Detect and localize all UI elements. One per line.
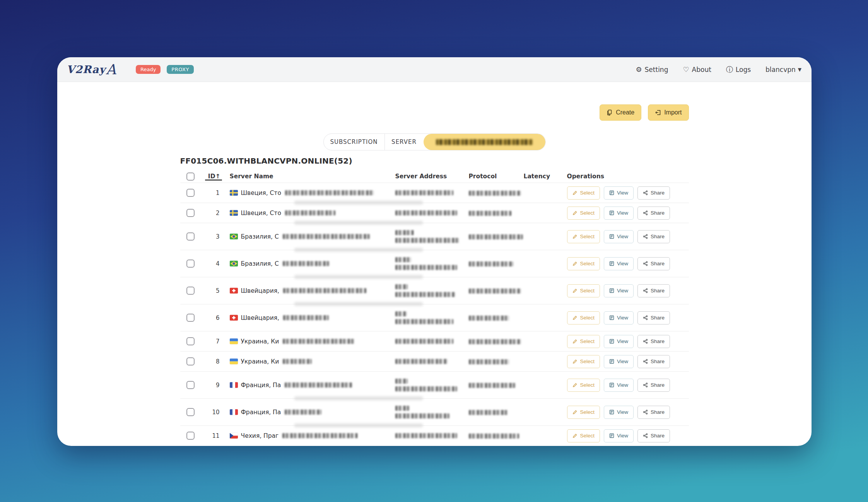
view-button[interactable]: View <box>604 230 634 243</box>
view-button[interactable]: View <box>604 406 634 419</box>
select-button[interactable]: Select <box>567 429 600 442</box>
row-checkbox[interactable] <box>186 260 195 268</box>
server-address-cell <box>388 433 461 438</box>
server-table-row: 8 Украина, Ки Select <box>180 351 689 371</box>
row-checkbox[interactable] <box>186 381 195 389</box>
view-button[interactable]: View <box>604 311 634 324</box>
server-name-cell: Украина, Ки <box>225 358 388 365</box>
view-button[interactable]: View <box>604 186 634 200</box>
select-button[interactable]: Select <box>567 379 600 392</box>
share-button[interactable]: Share <box>637 335 670 348</box>
row-checkbox[interactable] <box>186 209 195 217</box>
operations-cell: Select View Share <box>559 335 689 348</box>
redaction-smudge <box>294 275 423 279</box>
select-button[interactable]: Select <box>567 406 600 419</box>
server-name-cell: Чехия, Праг <box>225 432 388 439</box>
app-window: V2RayA Ready PROXY ⚙ Setting ♡ About ⓘ L… <box>57 57 812 446</box>
view-button[interactable]: View <box>604 257 634 270</box>
select-button[interactable]: Select <box>567 207 600 220</box>
row-id: 11 <box>203 432 225 439</box>
server-address-cell <box>388 311 461 324</box>
create-button[interactable]: Create <box>600 104 641 121</box>
nav-setting[interactable]: ⚙ Setting <box>636 66 668 73</box>
protocol-cell <box>461 432 524 439</box>
share-button[interactable]: Share <box>637 257 670 270</box>
view-button-label: View <box>617 261 628 266</box>
row-checkbox[interactable] <box>186 189 195 197</box>
protocol-cell <box>461 209 524 217</box>
server-name-prefix: Швеция, Сто <box>241 210 281 217</box>
select-button[interactable]: Select <box>567 355 600 368</box>
select-button[interactable]: Select <box>567 311 600 324</box>
server-name-prefix: Франция, Па <box>241 382 281 389</box>
select-button[interactable]: Select <box>567 284 600 297</box>
view-button[interactable]: View <box>604 429 634 442</box>
sort-asc-icon: ↑ <box>215 173 220 180</box>
server-table: ID↑ Server Name Server Address Protocol … <box>180 170 689 446</box>
select-button[interactable]: Select <box>567 230 600 243</box>
share-icon <box>643 261 648 266</box>
row-checkbox[interactable] <box>186 408 195 416</box>
share-icon <box>643 433 648 438</box>
select-button[interactable]: Select <box>567 335 600 348</box>
flag-fr-icon <box>230 382 238 388</box>
server-address-cell <box>388 359 461 364</box>
user-dropdown[interactable]: blancvpn ▼ <box>765 66 801 73</box>
edit-icon <box>572 261 578 266</box>
tab-subscription[interactable]: SUBSCRIPTION <box>324 134 385 150</box>
flag-cz-icon <box>230 433 238 439</box>
nav-logs[interactable]: ⓘ Logs <box>726 66 751 73</box>
import-button-label: Import <box>664 109 682 116</box>
share-button[interactable]: Share <box>637 429 670 442</box>
flag-se-icon <box>230 190 238 196</box>
tab-active-subscription[interactable] <box>424 134 545 150</box>
tab-server[interactable]: SERVER <box>385 134 424 150</box>
row-checkbox[interactable] <box>186 314 195 322</box>
share-button[interactable]: Share <box>637 230 670 243</box>
share-button[interactable]: Share <box>637 284 670 297</box>
server-name-cell: Швеция, Сто <box>225 210 388 217</box>
server-name-prefix: Украина, Ки <box>241 358 279 365</box>
protocol-mask <box>469 359 509 364</box>
server-table-row: 3 Бразилия, С Select <box>180 223 689 250</box>
select-all-checkbox[interactable] <box>186 172 195 181</box>
view-button[interactable]: View <box>604 355 634 368</box>
row-id: 6 <box>203 314 225 321</box>
protocol-mask <box>469 289 521 294</box>
nav-about[interactable]: ♡ About <box>683 66 711 73</box>
view-button[interactable]: View <box>604 335 634 348</box>
row-checkbox[interactable] <box>186 337 195 345</box>
row-checkbox[interactable] <box>186 357 195 365</box>
row-checkbox[interactable] <box>186 287 195 295</box>
select-button[interactable]: Select <box>567 257 600 270</box>
row-checkbox[interactable] <box>186 432 195 440</box>
share-button[interactable]: Share <box>637 406 670 419</box>
view-button-label: View <box>617 409 628 415</box>
view-button[interactable]: View <box>604 379 634 392</box>
share-button[interactable]: Share <box>637 355 670 368</box>
row-id: 10 <box>203 409 225 416</box>
operations-cell: Select View Share <box>559 355 689 368</box>
server-address-mask <box>395 319 453 324</box>
share-button[interactable]: Share <box>637 186 670 200</box>
view-button[interactable]: View <box>604 284 634 297</box>
row-checkbox[interactable] <box>186 232 195 241</box>
share-button[interactable]: Share <box>637 379 670 392</box>
view-button-label: View <box>617 315 628 321</box>
share-button[interactable]: Share <box>637 207 670 220</box>
import-button[interactable]: Import <box>648 104 689 121</box>
status-badges: Ready PROXY <box>136 65 194 74</box>
redacted-tab-label <box>436 139 533 145</box>
server-address-mask <box>395 292 455 297</box>
share-button[interactable]: Share <box>637 311 670 324</box>
server-name-mask <box>285 382 352 388</box>
server-address-mask <box>395 406 409 411</box>
server-address-mask <box>395 265 457 270</box>
protocol-mask <box>469 316 509 321</box>
proxy-mode-badge[interactable]: PROXY <box>167 65 194 74</box>
view-button[interactable]: View <box>604 207 634 220</box>
share-icon <box>643 210 648 215</box>
select-button[interactable]: Select <box>567 186 600 200</box>
column-header-id[interactable]: ID↑ <box>203 173 225 180</box>
server-address-mask <box>395 311 407 316</box>
